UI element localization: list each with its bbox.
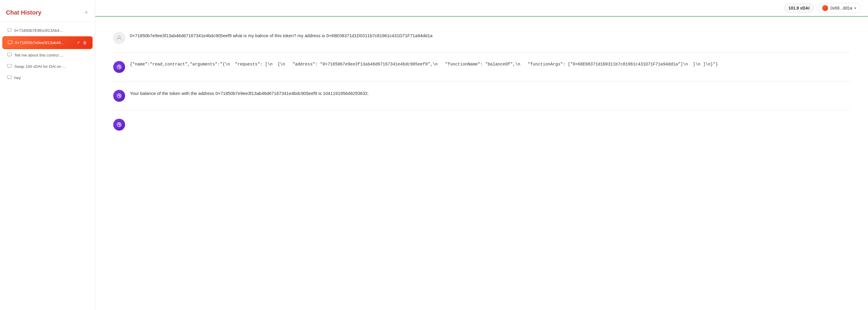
share-chat-button[interactable]: ↗ bbox=[76, 40, 81, 45]
message-row-2: {"name":"read_contract","arguments":"{\n… bbox=[113, 53, 850, 81]
message-content-2: {"name":"read_contract","arguments":"{\n… bbox=[130, 61, 850, 68]
svg-rect-2 bbox=[7, 64, 11, 67]
sidebar-header: Chat History × bbox=[0, 0, 95, 22]
sidebar-item-label-4: Swap 100 xDAI for DAI on ... bbox=[14, 64, 88, 69]
item-2-actions: ↗ 🗑 bbox=[76, 40, 87, 45]
sidebar-item-3[interactable]: Tell me about this contrct ... bbox=[2, 50, 93, 60]
sidebar-item-5[interactable]: hey bbox=[2, 72, 93, 83]
message-row-4 bbox=[113, 110, 850, 139]
svg-point-6 bbox=[119, 66, 120, 68]
svg-point-10 bbox=[119, 124, 120, 125]
chevron-down-icon: ▾ bbox=[855, 6, 857, 10]
message-row-3: Your balance of the token with the addre… bbox=[113, 81, 850, 110]
sidebar-item-2[interactable]: 0×71850b7e9ee3f13ab46... ↗ 🗑 bbox=[2, 36, 93, 49]
trash-icon: 🗑 bbox=[83, 40, 87, 45]
wallet-avatar-icon bbox=[822, 5, 828, 11]
svg-rect-1 bbox=[7, 53, 11, 56]
chat-bubble-icon-4 bbox=[7, 64, 12, 69]
message-content-1: 0×71850b7e9ee3f13ab46d67167341e4bdc905ee… bbox=[130, 32, 850, 39]
sidebar: Chat History × 0×71850b7E9Ee3f13Ab4... bbox=[0, 0, 95, 310]
sidebar-item-label-3: Tell me about this contrct ... bbox=[14, 53, 88, 58]
main-panel: 101.9 xDAI 0x68...dd1a ▾ 0×71850b7e9ee3f… bbox=[95, 0, 868, 310]
share-icon: ↗ bbox=[76, 40, 80, 45]
sidebar-item-label-5: hey bbox=[14, 76, 88, 80]
svg-point-4 bbox=[118, 36, 120, 38]
user-avatar-1 bbox=[113, 32, 125, 44]
sidebar-item-label-1: 0×71850b7E9Ee3f13Ab4... bbox=[14, 28, 88, 33]
wallet-address-label: 0x68...dd1a bbox=[831, 6, 852, 10]
chat-bubble-icon-5 bbox=[7, 75, 12, 80]
svg-rect-0 bbox=[8, 41, 12, 44]
wallet-button[interactable]: 0x68...dd1a ▾ bbox=[818, 3, 861, 13]
delete-chat-button[interactable]: 🗑 bbox=[82, 40, 87, 45]
close-icon: × bbox=[85, 9, 88, 16]
chat-messages: 0×71850b7e9ee3f13ab46d67167341e4bdc905ee… bbox=[95, 16, 868, 310]
svg-rect-3 bbox=[7, 76, 11, 78]
sidebar-item-1[interactable]: 0×71850b7E9Ee3f13Ab4... bbox=[2, 25, 93, 36]
svg-point-8 bbox=[119, 95, 120, 96]
chat-bubble-icon-3 bbox=[7, 53, 12, 58]
ai-avatar-3 bbox=[113, 90, 125, 102]
message-row-1: 0×71850b7e9ee3f13ab46d67167341e4bdc905ee… bbox=[113, 24, 850, 53]
close-sidebar-button[interactable]: × bbox=[84, 8, 89, 17]
sidebar-item-4[interactable]: Swap 100 xDAI for DAI on ... bbox=[2, 61, 93, 72]
message-content-3: Your balance of the token with the addre… bbox=[130, 90, 850, 97]
chat-bubble-icon-2 bbox=[8, 40, 12, 45]
main-header: 101.9 xDAI 0x68...dd1a ▾ bbox=[95, 0, 868, 16]
sidebar-title: Chat History bbox=[6, 9, 41, 16]
chat-bubble-icon-1 bbox=[7, 28, 12, 33]
ai-avatar-4 bbox=[113, 119, 125, 131]
sidebar-item-label-2: 0×71850b7e9ee3f13ab46... bbox=[15, 40, 73, 45]
chat-list: 0×71850b7E9Ee3f13Ab4... 0×71850b7e9ee3f1… bbox=[0, 22, 95, 310]
ai-avatar-2 bbox=[113, 61, 125, 73]
balance-badge: 101.9 xDAI bbox=[784, 4, 814, 12]
